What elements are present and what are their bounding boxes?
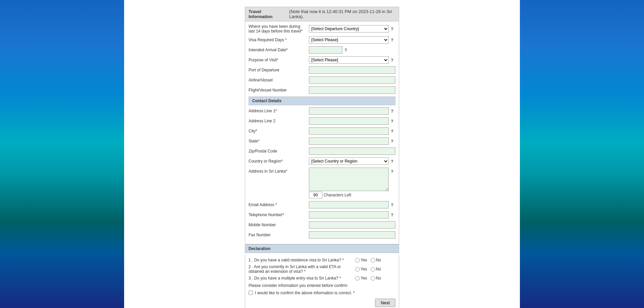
- intended-arrival-date-input[interactable]: [309, 46, 342, 54]
- departure-country-help-icon[interactable]: ?: [391, 26, 395, 32]
- intended-arrival-date-help-icon[interactable]: ?: [344, 48, 349, 53]
- confirm-checkbox-row: I would like to confirm the above inform…: [249, 291, 395, 295]
- declaration-q2-yes-label[interactable]: Yes: [355, 267, 367, 271]
- confirm-checkbox[interactable]: [249, 291, 253, 295]
- address-sri-lanka-label: Address in Sri Lanka*: [249, 168, 309, 174]
- declaration-q2-no-radio[interactable]: [371, 267, 375, 271]
- left-sidebar: [0, 0, 124, 308]
- city-row: City* ?: [249, 127, 395, 135]
- section-note: (Note that now it is 12:40:31 PM on 2023…: [289, 9, 395, 19]
- address-line2-label: Address Line 2: [249, 119, 309, 123]
- mobile-number-row: Mobile Number: [249, 221, 395, 229]
- purpose-of-visit-select[interactable]: [Select Please]: [309, 56, 389, 64]
- declaration-q1-no-radio[interactable]: [371, 258, 375, 262]
- email-address-row: Email Address * ?: [249, 201, 395, 208]
- declaration-q1-no-label[interactable]: No: [371, 258, 381, 262]
- country-region-row: Country or Region* [Select Country or Re…: [249, 158, 395, 165]
- city-help-icon[interactable]: ?: [391, 129, 395, 134]
- visa-required-days-label: Visa Required Days *: [249, 38, 309, 42]
- port-of-departure-input[interactable]: [309, 66, 395, 74]
- mobile-number-input[interactable]: [309, 221, 395, 229]
- declaration-q1-yes-radio[interactable]: [355, 258, 360, 262]
- declaration-q1-yes-text: Yes: [361, 258, 367, 262]
- confirm-text: Please consider information you entered …: [249, 283, 395, 288]
- next-button-row: Next: [249, 299, 395, 307]
- declaration-q1-text: 1 . Do you have a valid residence visa t…: [249, 258, 355, 262]
- declaration-q2-row: 2 . Are you currently in Sri Lanka with …: [249, 264, 395, 274]
- address-line2-row: Address Line 2 ?: [249, 117, 395, 125]
- email-address-input[interactable]: [309, 201, 389, 208]
- city-label: City*: [249, 129, 309, 133]
- airline-vessel-input[interactable]: [309, 76, 395, 84]
- country-region-label: Country or Region*: [249, 159, 309, 164]
- char-count-row: Characters Left: [309, 192, 389, 198]
- intended-arrival-date-label: Intended Arrival Date*: [249, 48, 309, 52]
- declaration-q2-yes-text: Yes: [361, 267, 367, 271]
- main-content: Travel Information (Note that now it is …: [124, 0, 520, 308]
- next-button[interactable]: Next: [375, 299, 395, 307]
- departure-country-row: Where you have been during last 14 days …: [249, 24, 395, 34]
- country-region-help-icon[interactable]: ?: [391, 159, 395, 164]
- state-label: State*: [249, 139, 309, 143]
- country-region-select[interactable]: [Select Country or Region: [309, 158, 389, 165]
- contact-details-label: Contact Details: [252, 99, 281, 103]
- contact-details-header: Contact Details: [249, 97, 395, 105]
- char-count-input[interactable]: [309, 192, 322, 198]
- zip-postal-code-row: Zip/Postal Code: [249, 147, 395, 155]
- email-address-help-icon[interactable]: ?: [391, 202, 395, 207]
- zip-postal-code-label: Zip/Postal Code: [249, 149, 309, 153]
- declaration-q2-text: 2 . Are you currently in Sri Lanka with …: [249, 264, 355, 274]
- declaration-q2-answers: Yes No: [355, 267, 395, 271]
- email-address-label: Email Address *: [249, 202, 309, 207]
- airline-vessel-row: Airline/Vessel: [249, 76, 395, 84]
- address-sri-lanka-textarea[interactable]: [309, 168, 389, 191]
- declaration-q3-row: 3 . Do you have a multiple entry visa to…: [249, 276, 395, 281]
- purpose-of-visit-help-icon[interactable]: ?: [391, 58, 395, 63]
- telephone-number-help-icon[interactable]: ?: [391, 212, 395, 218]
- form-container: Travel Information (Note that now it is …: [245, 7, 399, 308]
- flight-vessel-number-input[interactable]: [309, 86, 395, 94]
- fax-number-input[interactable]: [309, 231, 395, 239]
- declaration-section: 1 . Do you have a valid residence visa t…: [245, 255, 399, 308]
- declaration-q3-yes-label[interactable]: Yes: [355, 276, 367, 281]
- declaration-q3-no-radio[interactable]: [371, 276, 375, 281]
- address-sri-lanka-help-icon[interactable]: ?: [391, 169, 395, 174]
- departure-country-label: Where you have been during last 14 days …: [249, 24, 309, 34]
- right-sidebar: [520, 0, 644, 308]
- zip-postal-code-input[interactable]: [309, 147, 395, 155]
- address-line2-help-icon[interactable]: ?: [391, 119, 395, 124]
- declaration-q2-no-text: No: [376, 267, 381, 271]
- visa-required-days-select[interactable]: [Select Please]: [309, 36, 389, 44]
- declaration-q3-no-text: No: [376, 276, 381, 281]
- port-of-departure-label: Port of Departure: [249, 68, 309, 72]
- departure-country-select[interactable]: [Select Departure Country]: [309, 25, 389, 33]
- address-line1-label: Address Line 1*: [249, 109, 309, 113]
- address-line1-help-icon[interactable]: ?: [391, 109, 395, 114]
- declaration-q1-answers: Yes No: [355, 258, 395, 262]
- visa-required-days-help-icon[interactable]: ?: [391, 38, 395, 43]
- declaration-q2-yes-radio[interactable]: [355, 267, 360, 271]
- declaration-q3-yes-radio[interactable]: [355, 276, 360, 281]
- city-input[interactable]: [309, 127, 389, 135]
- intended-arrival-date-row: Intended Arrival Date* ?: [249, 46, 395, 54]
- visa-required-days-row: Visa Required Days * [Select Please] ?: [249, 36, 395, 44]
- declaration-header: Declaration: [245, 244, 399, 253]
- state-help-icon[interactable]: ?: [391, 139, 395, 144]
- address-line1-row: Address Line 1* ?: [249, 107, 395, 115]
- address-line1-input[interactable]: [309, 107, 389, 115]
- address-line2-input[interactable]: [309, 117, 389, 125]
- fax-number-row: Fax Number: [249, 231, 395, 239]
- telephone-number-label: Telephone Number*: [249, 212, 309, 217]
- travel-info-header: Travel Information (Note that now it is …: [245, 7, 399, 21]
- declaration-q1-yes-label[interactable]: Yes: [355, 258, 367, 262]
- telephone-number-row: Telephone Number* ?: [249, 211, 395, 219]
- fax-number-label: Fax Number: [249, 233, 309, 237]
- declaration-q2-no-label[interactable]: No: [371, 267, 381, 271]
- port-of-departure-row: Port of Departure: [249, 66, 395, 74]
- mobile-number-label: Mobile Number: [249, 223, 309, 227]
- telephone-number-input[interactable]: [309, 211, 389, 219]
- state-input[interactable]: [309, 137, 389, 145]
- declaration-q3-no-label[interactable]: No: [371, 276, 381, 281]
- state-row: State* ?: [249, 137, 395, 145]
- declaration-q3-text: 3 . Do you have a multiple entry visa to…: [249, 276, 355, 281]
